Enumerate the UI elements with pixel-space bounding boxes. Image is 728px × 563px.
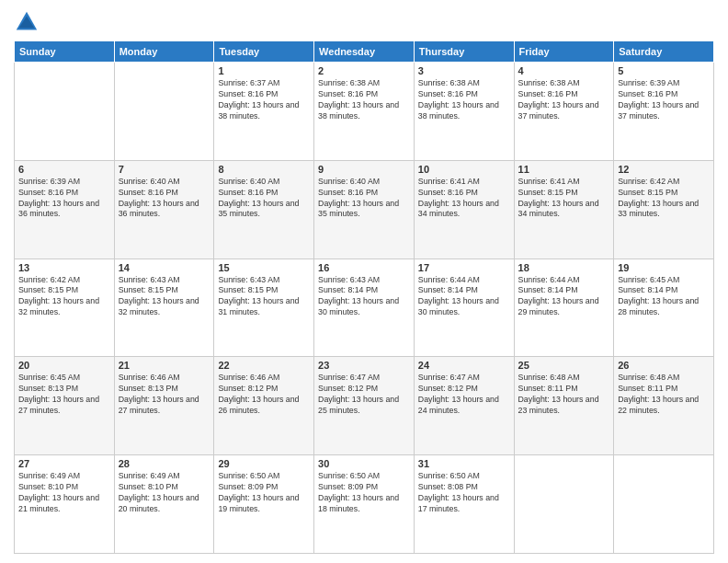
weekday-header-tuesday: Tuesday [214, 41, 314, 63]
day-info: Sunrise: 6:40 AM Sunset: 8:16 PM Dayligh… [119, 177, 210, 221]
logo [14, 9, 43, 35]
day-number: 25 [518, 360, 610, 371]
day-info: Sunrise: 6:42 AM Sunset: 8:15 PM Dayligh… [618, 177, 710, 221]
calendar-cell: 8Sunrise: 6:40 AM Sunset: 8:16 PM Daylig… [214, 160, 314, 259]
calendar-body: 1Sunrise: 6:37 AM Sunset: 8:16 PM Daylig… [15, 63, 714, 554]
day-info: Sunrise: 6:38 AM Sunset: 8:16 PM Dayligh… [518, 78, 610, 122]
day-info: Sunrise: 6:48 AM Sunset: 8:11 PM Dayligh… [618, 373, 710, 417]
day-info: Sunrise: 6:46 AM Sunset: 8:12 PM Dayligh… [218, 373, 310, 417]
calendar-cell: 15Sunrise: 6:43 AM Sunset: 8:15 PM Dayli… [214, 259, 314, 357]
day-number: 20 [18, 360, 110, 371]
calendar-cell: 14Sunrise: 6:43 AM Sunset: 8:15 PM Dayli… [114, 259, 214, 357]
weekday-header-monday: Monday [114, 41, 214, 63]
day-number: 26 [618, 360, 710, 371]
weekday-header-friday: Friday [514, 41, 614, 63]
weekday-header-row: SundayMondayTuesdayWednesdayThursdayFrid… [15, 41, 714, 63]
day-number: 12 [618, 164, 710, 175]
header [14, 9, 714, 35]
weekday-header-wednesday: Wednesday [314, 41, 415, 63]
calendar-cell: 3Sunrise: 6:38 AM Sunset: 8:16 PM Daylig… [414, 63, 514, 161]
day-number: 31 [418, 458, 510, 469]
calendar-cell: 1Sunrise: 6:37 AM Sunset: 8:16 PM Daylig… [214, 63, 314, 161]
calendar-cell: 19Sunrise: 6:45 AM Sunset: 8:14 PM Dayli… [614, 259, 714, 357]
logo-icon [14, 9, 40, 35]
day-number: 13 [18, 262, 110, 273]
day-info: Sunrise: 6:39 AM Sunset: 8:16 PM Dayligh… [18, 177, 110, 221]
day-info: Sunrise: 6:50 AM Sunset: 8:08 PM Dayligh… [418, 471, 510, 515]
calendar-cell: 4Sunrise: 6:38 AM Sunset: 8:16 PM Daylig… [514, 63, 614, 161]
day-number: 5 [618, 65, 710, 76]
day-number: 9 [318, 164, 410, 175]
calendar-cell: 22Sunrise: 6:46 AM Sunset: 8:12 PM Dayli… [214, 357, 314, 455]
day-info: Sunrise: 6:50 AM Sunset: 8:09 PM Dayligh… [218, 471, 310, 515]
calendar-week-1: 1Sunrise: 6:37 AM Sunset: 8:16 PM Daylig… [15, 63, 714, 161]
calendar-table: SundayMondayTuesdayWednesdayThursdayFrid… [14, 40, 714, 554]
day-info: Sunrise: 6:45 AM Sunset: 8:13 PM Dayligh… [18, 373, 110, 417]
calendar-cell [114, 63, 214, 161]
day-info: Sunrise: 6:44 AM Sunset: 8:14 PM Dayligh… [418, 275, 510, 319]
day-info: Sunrise: 6:49 AM Sunset: 8:10 PM Dayligh… [18, 471, 110, 515]
day-info: Sunrise: 6:43 AM Sunset: 8:14 PM Dayligh… [318, 275, 410, 319]
calendar-week-3: 13Sunrise: 6:42 AM Sunset: 8:15 PM Dayli… [15, 259, 714, 357]
day-number: 1 [218, 65, 310, 76]
calendar-cell: 27Sunrise: 6:49 AM Sunset: 8:10 PM Dayli… [15, 455, 115, 554]
day-info: Sunrise: 6:47 AM Sunset: 8:12 PM Dayligh… [318, 373, 410, 417]
day-number: 30 [318, 458, 410, 469]
day-info: Sunrise: 6:43 AM Sunset: 8:15 PM Dayligh… [119, 275, 210, 319]
calendar-cell [614, 455, 714, 554]
calendar-week-4: 20Sunrise: 6:45 AM Sunset: 8:13 PM Dayli… [15, 357, 714, 455]
calendar-cell: 9Sunrise: 6:40 AM Sunset: 8:16 PM Daylig… [314, 160, 415, 259]
calendar-cell: 11Sunrise: 6:41 AM Sunset: 8:15 PM Dayli… [514, 160, 614, 259]
day-number: 28 [119, 458, 210, 469]
calendar-cell: 13Sunrise: 6:42 AM Sunset: 8:15 PM Dayli… [15, 259, 115, 357]
calendar-cell [15, 63, 115, 161]
day-info: Sunrise: 6:38 AM Sunset: 8:16 PM Dayligh… [418, 78, 510, 122]
calendar-cell: 29Sunrise: 6:50 AM Sunset: 8:09 PM Dayli… [214, 455, 314, 554]
calendar-week-2: 6Sunrise: 6:39 AM Sunset: 8:16 PM Daylig… [15, 160, 714, 259]
day-info: Sunrise: 6:42 AM Sunset: 8:15 PM Dayligh… [18, 275, 110, 319]
day-info: Sunrise: 6:40 AM Sunset: 8:16 PM Dayligh… [218, 177, 310, 221]
day-info: Sunrise: 6:49 AM Sunset: 8:10 PM Dayligh… [119, 471, 210, 515]
day-number: 16 [318, 262, 410, 273]
day-number: 10 [418, 164, 510, 175]
calendar-cell: 31Sunrise: 6:50 AM Sunset: 8:08 PM Dayli… [414, 455, 514, 554]
calendar-cell: 28Sunrise: 6:49 AM Sunset: 8:10 PM Dayli… [114, 455, 214, 554]
day-info: Sunrise: 6:45 AM Sunset: 8:14 PM Dayligh… [618, 275, 710, 319]
calendar-cell: 10Sunrise: 6:41 AM Sunset: 8:16 PM Dayli… [414, 160, 514, 259]
day-number: 18 [518, 262, 610, 273]
day-info: Sunrise: 6:38 AM Sunset: 8:16 PM Dayligh… [318, 78, 410, 122]
calendar-cell: 23Sunrise: 6:47 AM Sunset: 8:12 PM Dayli… [314, 357, 415, 455]
calendar-cell: 20Sunrise: 6:45 AM Sunset: 8:13 PM Dayli… [15, 357, 115, 455]
day-info: Sunrise: 6:47 AM Sunset: 8:12 PM Dayligh… [418, 373, 510, 417]
day-number: 8 [218, 164, 310, 175]
day-number: 21 [119, 360, 210, 371]
calendar-cell: 12Sunrise: 6:42 AM Sunset: 8:15 PM Dayli… [614, 160, 714, 259]
calendar-cell: 25Sunrise: 6:48 AM Sunset: 8:11 PM Dayli… [514, 357, 614, 455]
day-number: 6 [18, 164, 110, 175]
weekday-header-thursday: Thursday [414, 41, 514, 63]
calendar-cell: 26Sunrise: 6:48 AM Sunset: 8:11 PM Dayli… [614, 357, 714, 455]
day-info: Sunrise: 6:50 AM Sunset: 8:09 PM Dayligh… [318, 471, 410, 515]
calendar-cell: 6Sunrise: 6:39 AM Sunset: 8:16 PM Daylig… [15, 160, 115, 259]
day-info: Sunrise: 6:48 AM Sunset: 8:11 PM Dayligh… [518, 373, 610, 417]
page: SundayMondayTuesdayWednesdayThursdayFrid… [0, 0, 728, 563]
calendar-cell [514, 455, 614, 554]
weekday-header-saturday: Saturday [614, 41, 714, 63]
calendar-week-5: 27Sunrise: 6:49 AM Sunset: 8:10 PM Dayli… [15, 455, 714, 554]
day-number: 15 [218, 262, 310, 273]
calendar-cell: 2Sunrise: 6:38 AM Sunset: 8:16 PM Daylig… [314, 63, 415, 161]
day-info: Sunrise: 6:41 AM Sunset: 8:15 PM Dayligh… [518, 177, 610, 221]
calendar-header: SundayMondayTuesdayWednesdayThursdayFrid… [15, 41, 714, 63]
day-number: 3 [418, 65, 510, 76]
day-number: 19 [618, 262, 710, 273]
day-info: Sunrise: 6:46 AM Sunset: 8:13 PM Dayligh… [119, 373, 210, 417]
day-number: 14 [119, 262, 210, 273]
day-number: 22 [218, 360, 310, 371]
calendar-cell: 7Sunrise: 6:40 AM Sunset: 8:16 PM Daylig… [114, 160, 214, 259]
calendar-cell: 24Sunrise: 6:47 AM Sunset: 8:12 PM Dayli… [414, 357, 514, 455]
calendar-cell: 21Sunrise: 6:46 AM Sunset: 8:13 PM Dayli… [114, 357, 214, 455]
weekday-header-sunday: Sunday [15, 41, 115, 63]
day-number: 11 [518, 164, 610, 175]
day-info: Sunrise: 6:37 AM Sunset: 8:16 PM Dayligh… [218, 78, 310, 122]
day-number: 2 [318, 65, 410, 76]
